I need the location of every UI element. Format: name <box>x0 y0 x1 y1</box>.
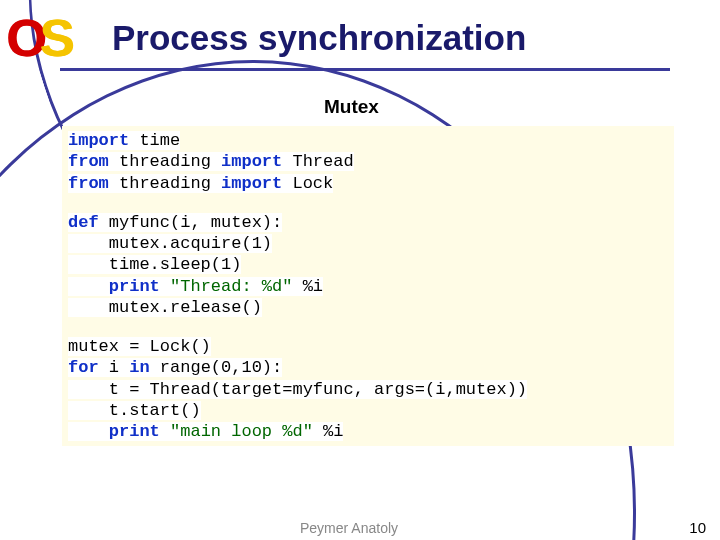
code-line: mutex.release() <box>68 297 668 318</box>
code-block: import time from threading import Thread… <box>62 126 674 446</box>
code-line: import time <box>68 130 668 151</box>
page-title: Process synchronization <box>112 18 526 58</box>
blank-line <box>68 194 668 212</box>
slide: OS Process synchronization Mutex import … <box>0 0 720 540</box>
logo-letter-o: O <box>6 9 43 67</box>
blank-line <box>68 318 668 336</box>
code-line: print "main loop %d" %i <box>68 421 668 442</box>
code-line: mutex.acquire(1) <box>68 233 668 254</box>
logo-letter-s: S <box>39 9 71 67</box>
code-line: print "Thread: %d" %i <box>68 276 668 297</box>
code-line: def myfunc(i, mutex): <box>68 212 668 233</box>
code-line: t.start() <box>68 400 668 421</box>
code-line: from threading import Thread <box>68 151 668 172</box>
os-logo: OS <box>6 8 71 68</box>
code-line: from threading import Lock <box>68 173 668 194</box>
page-number: 10 <box>689 519 706 536</box>
code-line: mutex = Lock() <box>68 336 668 357</box>
code-line: time.sleep(1) <box>68 254 668 275</box>
code-line: t = Thread(target=myfunc, args=(i,mutex)… <box>68 379 668 400</box>
section-subtitle: Mutex <box>318 96 385 118</box>
footer-author: Peymer Anatoly <box>300 520 398 536</box>
title-underline <box>60 68 670 71</box>
code-line: for i in range(0,10): <box>68 357 668 378</box>
